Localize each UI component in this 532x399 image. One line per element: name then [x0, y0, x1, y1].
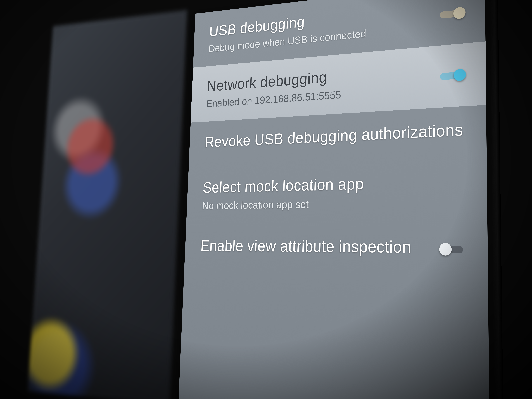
screen-bezel — [489, 0, 504, 399]
tv-screen: USB debugging Debug mode when USB is con… — [47, 0, 532, 399]
toggle-switch[interactable] — [439, 6, 466, 22]
developer-options-panel: USB debugging Debug mode when USB is con… — [178, 0, 490, 399]
setting-view-attribute-inspection[interactable]: Enable view attribute inspection — [184, 223, 488, 277]
toggle-knob — [454, 69, 466, 81]
setting-title: Select mock location app — [203, 171, 467, 196]
toggle-switch[interactable] — [439, 68, 466, 83]
setting-subtitle: No mock location app set — [202, 195, 467, 212]
toggle-switch[interactable] — [439, 242, 468, 257]
setting-title: Revoke USB debugging authorizations — [204, 120, 467, 151]
launcher-background — [27, 10, 187, 399]
setting-title: Enable view attribute inspection — [200, 237, 428, 257]
toggle-knob — [453, 6, 466, 19]
setting-mock-location[interactable]: Select mock location app No mock locatio… — [186, 157, 488, 224]
toggle-knob — [439, 243, 452, 256]
